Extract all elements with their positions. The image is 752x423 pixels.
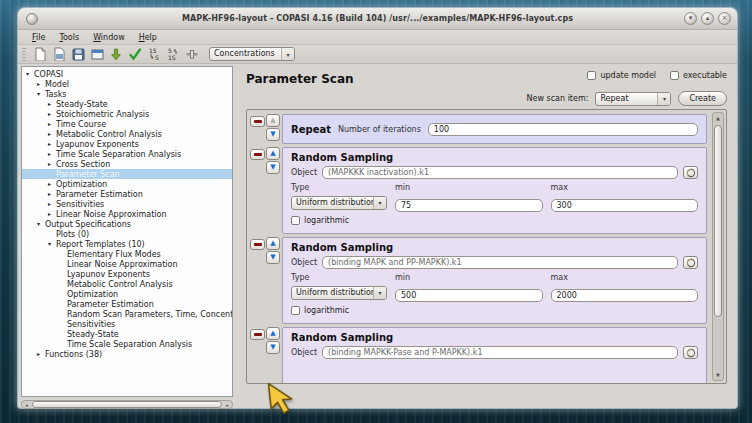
scroll-right-icon[interactable]: ▸	[223, 401, 232, 408]
move-up-button[interactable]: ▲	[266, 327, 280, 340]
distribution-combo[interactable]: Uniform distribution ▾	[291, 196, 387, 210]
remove-item-button[interactable]	[250, 116, 265, 127]
expand-arrow-icon[interactable]: ▸	[48, 161, 56, 167]
tree-item-elementary-flux-modes[interactable]: Elementary Flux Modes	[22, 249, 232, 259]
tree-item-sensitivities[interactable]: ▸Sensitivities	[22, 199, 232, 209]
move-down-button[interactable]: ▼	[266, 128, 280, 141]
tree-item-lyapunov-exponents[interactable]: ▸Lyapunov Exponents	[22, 139, 232, 149]
tree-item-metabolic-control-analysis[interactable]: Metabolic Control Analysis	[22, 279, 232, 289]
iterations-input[interactable]	[428, 123, 698, 136]
update-model-icon[interactable]	[108, 46, 124, 62]
window-menu-icon[interactable]	[26, 13, 38, 25]
min-input[interactable]	[395, 199, 543, 212]
update-model-checkbox-group[interactable]: update model	[587, 71, 656, 80]
expand-arrow-icon[interactable]: ▸	[48, 141, 56, 147]
object-field[interactable]	[322, 166, 678, 179]
close-button[interactable]: ×	[718, 12, 731, 25]
tree-item-model[interactable]: ▸Model	[22, 79, 232, 89]
slider-tool-icon[interactable]	[184, 46, 200, 62]
copasi-object-picker-button[interactable]	[683, 256, 698, 269]
tree-item-lyapunov-exponents[interactable]: Lyapunov Exponents	[22, 269, 232, 279]
expand-arrow-icon[interactable]: ▸	[37, 81, 45, 87]
chevron-down-icon[interactable]: ▾	[657, 93, 670, 105]
menu-help[interactable]: Help	[133, 32, 163, 43]
logarithmic-checkbox-group[interactable]: logarithmic	[291, 306, 698, 315]
remove-item-button[interactable]	[250, 149, 265, 160]
move-down-button[interactable]: ▼	[266, 251, 280, 264]
logarithmic-checkbox[interactable]	[291, 306, 300, 315]
scan-list-scrollbar[interactable]: ▲ ▼	[712, 112, 724, 381]
tree-item-functions-38[interactable]: ▸Functions (38)	[22, 349, 232, 359]
remove-item-button[interactable]	[250, 239, 265, 250]
tree-item-random-scan-parameters-time-concentrations[interactable]: Random Scan Parameters, Time, Concentrat…	[22, 309, 232, 319]
tree-item-cross-section[interactable]: ▸Cross Section	[22, 159, 232, 169]
distribution-combo[interactable]: Uniform distribution ▾	[291, 286, 387, 300]
copasi-object-picker-button[interactable]	[683, 346, 698, 359]
expand-arrow-icon[interactable]: ▸	[48, 211, 56, 217]
minimize-button[interactable]: ▾	[684, 12, 697, 25]
logarithmic-checkbox[interactable]	[291, 216, 300, 225]
tree-item-time-scale-separation-analysis[interactable]: ▸Time Scale Separation Analysis	[22, 149, 232, 159]
tree-item-linear-noise-approximation[interactable]: Linear Noise Approximation	[22, 259, 232, 269]
tree-item-parameter-scan[interactable]: Parameter Scan	[22, 169, 232, 179]
executable-checkbox-group[interactable]: executable	[670, 71, 727, 80]
create-button[interactable]: Create	[678, 91, 727, 106]
tree-item-tasks[interactable]: ▾Tasks	[22, 89, 232, 99]
particle-numbers-icon[interactable]: 15S	[146, 46, 162, 62]
expand-arrow-icon[interactable]: ▸	[48, 111, 56, 117]
scroll-left-icon[interactable]: ◂	[22, 401, 31, 408]
expand-arrow-icon[interactable]: ▸	[48, 181, 56, 187]
collapse-arrow-icon[interactable]: ▾	[37, 91, 45, 97]
expand-arrow-icon[interactable]: ▸	[48, 131, 56, 137]
tree-item-time-course[interactable]: ▸Time Course	[22, 119, 232, 129]
tree-item-output-specifications[interactable]: ▾Output Specifications	[22, 219, 232, 229]
collapse-arrow-icon[interactable]: ▾	[26, 71, 34, 77]
tree-item-optimization[interactable]: Optimization	[22, 289, 232, 299]
toolbar-handle[interactable]	[22, 48, 26, 61]
min-input[interactable]	[395, 289, 543, 302]
expand-arrow-icon[interactable]: ▸	[48, 151, 56, 157]
tree-item-sensitivities[interactable]: Sensitivities	[22, 319, 232, 329]
save-icon[interactable]	[70, 46, 86, 62]
scroll-up-icon[interactable]: ▲	[713, 113, 723, 123]
tree-item-metabolic-control-analysis[interactable]: ▸Metabolic Control Analysis	[22, 129, 232, 139]
move-down-button[interactable]: ▼	[266, 341, 280, 354]
tree-horizontal-scrollbar[interactable]: ◂ ▸	[21, 400, 233, 409]
tree-item-copasi[interactable]: ▾COPASI	[22, 69, 232, 79]
max-input[interactable]	[551, 199, 699, 212]
move-down-button[interactable]: ▼	[266, 161, 280, 174]
show-model-window-icon[interactable]	[89, 46, 105, 62]
tree-item-steady-state[interactable]: ▸Steady-State	[22, 99, 232, 109]
chevron-down-icon[interactable]: ▾	[281, 48, 294, 60]
max-input[interactable]	[551, 289, 699, 302]
update-model-checkbox[interactable]	[587, 71, 596, 80]
tree-item-steady-state[interactable]: Steady-State	[22, 329, 232, 339]
chevron-down-icon[interactable]: ▾	[373, 197, 386, 209]
collapse-arrow-icon[interactable]: ▾	[37, 221, 45, 227]
titlebar[interactable]: MAPK-HF96-layout - COPASI 4.16 (Build 10…	[18, 8, 737, 30]
tree-item-optimization[interactable]: ▸Optimization	[22, 179, 232, 189]
tree-item-linear-noise-approximation[interactable]: ▸Linear Noise Approximation	[22, 209, 232, 219]
tree-item-parameter-estimation[interactable]: Parameter Estimation	[22, 299, 232, 309]
remove-item-button[interactable]	[250, 329, 265, 340]
object-field[interactable]	[322, 346, 678, 359]
maximize-button[interactable]: ▴	[701, 12, 714, 25]
executable-checkbox[interactable]	[670, 71, 679, 80]
logarithmic-checkbox-group[interactable]: logarithmic	[291, 216, 698, 225]
object-field[interactable]	[322, 256, 678, 269]
scrollbar-thumb[interactable]	[714, 125, 722, 317]
scroll-down-icon[interactable]: ▼	[713, 370, 723, 380]
open-file-icon[interactable]	[51, 46, 67, 62]
move-up-button[interactable]: ▲	[266, 237, 280, 250]
menu-tools[interactable]: Tools	[53, 32, 85, 43]
concentrations-icon[interactable]: 51S	[165, 46, 181, 62]
expand-arrow-icon[interactable]: ▸	[48, 191, 56, 197]
collapse-arrow-icon[interactable]: ▾	[48, 241, 56, 247]
tree-item-time-scale-separation-analysis[interactable]: Time Scale Separation Analysis	[22, 339, 232, 349]
tree-item-stoichiometric-analysis[interactable]: ▸Stoichiometric Analysis	[22, 109, 232, 119]
copasi-object-picker-button[interactable]	[683, 166, 698, 179]
tree-item-plots-0[interactable]: Plots (0)	[22, 229, 232, 239]
scrollbar-thumb[interactable]	[32, 401, 222, 408]
move-up-button[interactable]: ▲	[266, 114, 280, 127]
tree-item-report-templates-10[interactable]: ▾Report Templates (10)	[22, 239, 232, 249]
